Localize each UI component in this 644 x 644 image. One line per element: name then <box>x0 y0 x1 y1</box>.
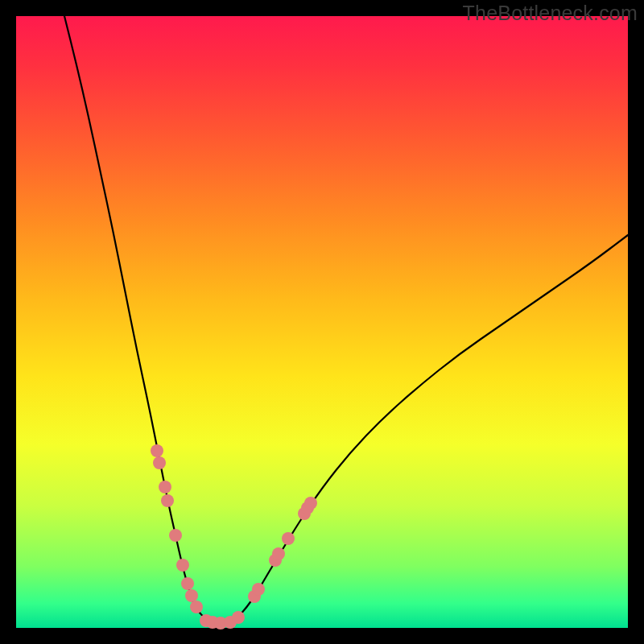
curve-left-arm <box>64 16 214 621</box>
data-dot <box>161 494 174 507</box>
data-dot <box>153 456 166 469</box>
curve-right-arm <box>232 235 628 621</box>
bottleneck-curve <box>16 16 628 628</box>
data-dot <box>232 611 245 624</box>
data-dot <box>282 532 295 545</box>
data-dot <box>181 577 194 590</box>
data-dot <box>176 559 189 572</box>
chart-frame <box>16 16 628 628</box>
data-dot <box>159 481 171 493</box>
data-dot <box>252 583 265 596</box>
data-dot <box>190 601 203 613</box>
data-dot <box>272 547 285 560</box>
watermark-text: TheBottleneck.com <box>463 2 638 25</box>
data-dot <box>151 444 163 457</box>
data-dot <box>185 589 198 602</box>
data-dots <box>151 444 317 630</box>
data-dot <box>304 497 317 510</box>
data-dot <box>169 529 182 542</box>
